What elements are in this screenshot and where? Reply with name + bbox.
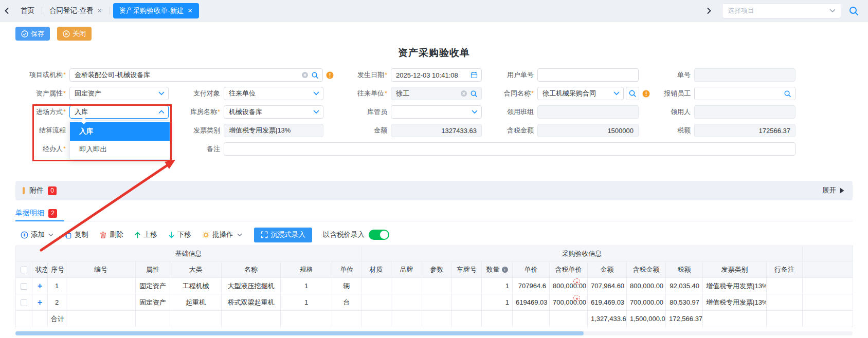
add-row-button[interactable]: 添加 (21, 230, 53, 239)
cell-tax[interactable]: 80,530.97 (666, 294, 703, 311)
search-icon[interactable] (311, 71, 319, 79)
cell-plate[interactable] (452, 294, 482, 311)
search-icon[interactable] (470, 90, 478, 98)
counterparty-input[interactable]: 徐工 (391, 87, 482, 100)
cell-code[interactable] (66, 294, 136, 311)
cell-code[interactable] (66, 278, 136, 294)
project-select[interactable]: 选择项目 (722, 3, 841, 18)
cell-seq[interactable]: 2 (48, 294, 66, 311)
cell-tax_amount[interactable]: 800,000.00 (627, 278, 666, 294)
cell-unit[interactable]: 辆 (332, 278, 361, 294)
copy-row-button[interactable]: 复制 (64, 230, 88, 239)
contract-name-select[interactable]: 徐工机械采购合同 (537, 87, 624, 100)
horizontal-scrollbar-thumb[interactable] (15, 331, 584, 335)
column-header-category: 大类 (170, 261, 222, 278)
cell-param[interactable] (422, 278, 452, 294)
user-doc-no-input[interactable] (537, 68, 639, 82)
warehouse-keeper-select[interactable] (391, 105, 482, 119)
tab-asset-acceptance-new[interactable]: 资产采购验收单-新建 ✕ (113, 3, 199, 18)
select-all-checkbox[interactable] (21, 267, 27, 273)
cell-price[interactable]: 707964.6 (513, 278, 550, 294)
invoice-type-field: 发票类别 增值税专用发票|13% (172, 124, 323, 137)
cell-tax_price[interactable]: 700,000.00 (550, 294, 588, 311)
doc-no-input (694, 68, 795, 82)
cell-material[interactable] (361, 294, 391, 311)
tab-contract-view[interactable]: 合同登记-查看 ✕ (42, 0, 110, 22)
clear-icon[interactable] (301, 71, 309, 79)
cell-status[interactable]: + (32, 294, 48, 311)
column-header-param: 参数 (422, 261, 452, 278)
cell-name[interactable]: 桥式双梁起重机 (222, 294, 281, 311)
attachment-section-bar[interactable]: 附件 0 展开 (15, 181, 853, 200)
column-header-tax: 税额 (666, 261, 703, 278)
cell-invoice[interactable]: 增值税专用发票|13% (703, 278, 767, 294)
warehouse-name-select[interactable]: 机械设备库 (224, 105, 323, 119)
project-org-input[interactable]: 金桥装配公司-机械设备库 (69, 68, 323, 82)
cell-unit[interactable]: 台 (332, 294, 361, 311)
cell-name[interactable]: 大型液压挖掘机 (222, 278, 281, 294)
row-checkbox[interactable] (21, 283, 27, 290)
cell-qty[interactable]: 1 (482, 278, 513, 294)
occur-date-field: 发生日期* 2025-12-03 10:41:08 (339, 68, 482, 82)
cell-price[interactable]: 619469.03 (513, 294, 550, 311)
batch-operation-button[interactable]: 批操作 (202, 230, 242, 239)
column-header-unit: 单位 (332, 261, 361, 278)
reimburse-employee-input[interactable] (694, 87, 795, 100)
expand-plus-icon[interactable]: + (38, 298, 42, 307)
clear-icon[interactable] (460, 90, 467, 97)
cell-category[interactable]: 起重机 (170, 294, 222, 311)
delete-row-button[interactable]: 删除 (99, 230, 123, 239)
cell-spec[interactable]: 1 (281, 278, 332, 294)
cell-tax_amount[interactable]: 700,000.00 (627, 294, 666, 311)
move-up-button[interactable]: 上移 (134, 230, 157, 239)
cell-amount[interactable]: 619,469.03 (588, 294, 627, 311)
close-button[interactable]: 关闭 (57, 27, 92, 41)
cell-attr[interactable]: 固定资产 (136, 278, 170, 294)
cell-attr[interactable]: 固定资产 (136, 294, 170, 311)
asset-attr-select[interactable]: 固定资产 (69, 87, 169, 100)
cell-material[interactable] (361, 278, 391, 294)
pay-target-select[interactable]: 往来单位 (224, 87, 323, 100)
cell-tax_price[interactable]: 800,000.00 (550, 278, 588, 294)
cell-spec[interactable]: 1 (281, 294, 332, 311)
search-icon[interactable] (784, 90, 791, 98)
horizontal-scrollbar-track[interactable] (15, 331, 853, 335)
cell-seq[interactable]: 1 (48, 278, 66, 294)
detail-table: 基础信息采购验收信息状态序号编号属性大类名称规格单位材质品牌参数车牌号数量i单价… (15, 246, 853, 327)
cell-invoice[interactable]: 增值税专用发票|13% (703, 294, 767, 311)
tabs-scroll-left-icon[interactable] (0, 7, 13, 14)
tabs-scroll-right-icon[interactable] (702, 7, 716, 14)
contract-search-button[interactable] (626, 87, 639, 100)
cell-row_remark[interactable] (767, 294, 803, 311)
tax-price-toggle[interactable] (369, 230, 389, 240)
cell-row_remark[interactable] (767, 278, 803, 294)
move-down-button[interactable]: 下移 (168, 230, 191, 239)
cell-qty[interactable]: 1 (482, 294, 513, 311)
cell-category[interactable]: 工程机械 (170, 278, 222, 294)
occur-date-input[interactable]: 2025-12-03 10:41:08 (391, 68, 482, 82)
expand-button[interactable]: 展开 (822, 186, 853, 195)
remark-input[interactable] (224, 142, 795, 156)
info-icon[interactable]: i (502, 267, 508, 273)
tab-detail-lines[interactable]: 单据明细 2 (15, 206, 64, 221)
cell-brand[interactable] (391, 278, 422, 294)
tab-home[interactable]: 首页 (13, 0, 42, 22)
row-checkbox[interactable] (21, 299, 27, 306)
cell-amount[interactable]: 707,964.60 (588, 278, 627, 294)
save-button[interactable]: 保存 (15, 27, 50, 41)
cell-tax[interactable]: 92,035.40 (666, 278, 703, 294)
expand-plus-icon[interactable]: + (38, 281, 42, 290)
global-search-icon[interactable] (848, 6, 859, 16)
tab-close-icon[interactable]: ✕ (97, 7, 102, 14)
chevron-down-icon (237, 233, 242, 237)
cell-status[interactable]: + (32, 278, 48, 294)
cell-plate[interactable] (452, 278, 482, 294)
cell-brand[interactable] (391, 294, 422, 311)
tax-included-amount-input: 1500000 (537, 124, 639, 137)
tab-close-icon[interactable]: ✕ (188, 7, 193, 14)
cell-param[interactable] (422, 294, 452, 311)
immersive-entry-button[interactable]: 沉浸式录入 (254, 228, 313, 242)
warning-info-icon[interactable] (326, 71, 334, 79)
add-label: 添加 (31, 230, 45, 239)
total-empty (136, 311, 170, 327)
